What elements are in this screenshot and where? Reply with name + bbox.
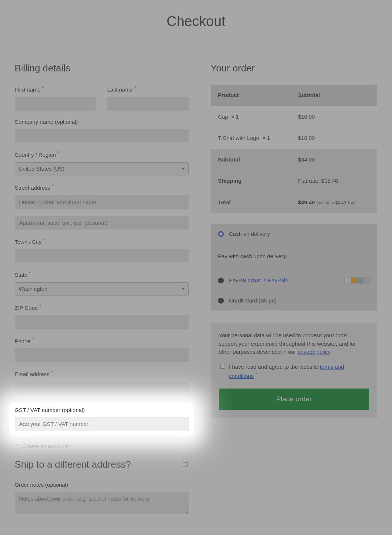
pay-cod-desc: Pay with cash upon delivery. bbox=[211, 244, 377, 271]
order-heading: Your order bbox=[211, 61, 377, 75]
ship-diff-checkbox[interactable] bbox=[183, 462, 188, 467]
privacy-text: Your personal data will be used to proce… bbox=[219, 331, 369, 356]
table-row: T-Shirt with Logo × 1 $18.00 bbox=[211, 127, 377, 149]
terms-label: I have read and agree to the website ter… bbox=[229, 363, 369, 380]
notes-label: Order notes (optional) bbox=[15, 481, 189, 489]
street2-input[interactable] bbox=[15, 216, 189, 230]
billing-heading: Billing details bbox=[15, 61, 189, 75]
first-name-label: First name * bbox=[15, 85, 96, 94]
street1-input[interactable] bbox=[15, 195, 189, 209]
email-label: Email address * bbox=[15, 369, 189, 379]
create-account-checkbox[interactable] bbox=[15, 444, 19, 449]
paypal-what-link[interactable]: What is PayPal? bbox=[248, 277, 288, 283]
radio-icon bbox=[218, 298, 224, 304]
terms-checkbox[interactable] bbox=[220, 364, 225, 369]
street-label: Street address * bbox=[15, 183, 189, 192]
col-product: Product bbox=[211, 85, 291, 106]
city-label: Town / City * bbox=[15, 237, 189, 246]
phone-input[interactable] bbox=[15, 348, 189, 362]
gst-label: GST / VAT number (optional) bbox=[15, 406, 189, 415]
card-logos-icon bbox=[344, 277, 370, 284]
gst-input[interactable] bbox=[15, 417, 189, 431]
page-title: Checkout bbox=[15, 11, 377, 32]
state-select[interactable]: Washington bbox=[15, 282, 189, 296]
email-input[interactable] bbox=[15, 382, 189, 395]
last-name-label: Last name * bbox=[107, 85, 189, 94]
company-input[interactable] bbox=[15, 129, 189, 142]
pay-stripe[interactable]: Credit Card (Stripe) bbox=[211, 291, 377, 311]
radio-icon bbox=[218, 278, 224, 283]
pay-paypal[interactable]: PayPal What is PayPal? bbox=[211, 271, 377, 291]
place-order-button[interactable]: Place order bbox=[219, 389, 369, 410]
city-input[interactable] bbox=[15, 249, 189, 263]
radio-selected-icon bbox=[218, 231, 224, 237]
col-subtotal: Subtotal bbox=[291, 85, 377, 106]
country-select[interactable]: United States (US) bbox=[15, 162, 189, 176]
notes-input[interactable] bbox=[15, 492, 189, 514]
state-label: State * bbox=[15, 270, 189, 279]
pay-cod[interactable]: Cash on delivery bbox=[211, 224, 377, 244]
first-name-input[interactable] bbox=[15, 97, 96, 111]
phone-label: Phone * bbox=[15, 336, 189, 346]
create-account-label: Create an account? bbox=[22, 442, 70, 451]
privacy-link[interactable]: privacy policy bbox=[297, 349, 330, 355]
order-table: Product Subtotal Cap × 1 $16.00 T-Shirt … bbox=[211, 85, 377, 213]
last-name-input[interactable] bbox=[107, 97, 189, 111]
company-label: Company name (optional) bbox=[15, 118, 189, 126]
ship-heading: Ship to a different address? bbox=[15, 457, 131, 472]
zip-input[interactable] bbox=[15, 315, 189, 329]
table-row: Cap × 1 $16.00 bbox=[211, 106, 377, 128]
zip-label: ZIP Code * bbox=[15, 303, 189, 312]
country-label: Country / Region * bbox=[15, 150, 189, 159]
